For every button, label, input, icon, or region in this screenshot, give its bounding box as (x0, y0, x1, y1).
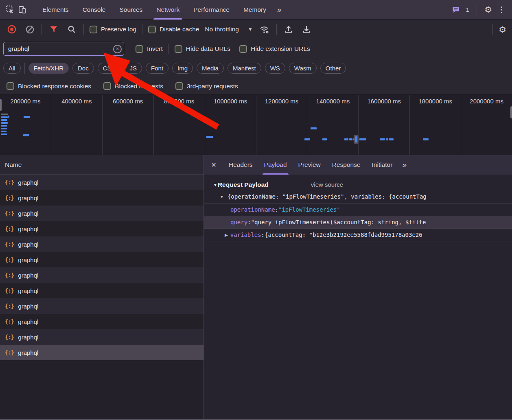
json-file-icon: {:} (5, 287, 14, 294)
request-row[interactable]: {:}graphql (0, 314, 203, 329)
export-har-icon[interactable] (300, 23, 313, 35)
detail-tab-headers[interactable]: Headers (223, 155, 258, 175)
waterfall-bar (311, 127, 317, 129)
tab-memory[interactable]: Memory (236, 0, 273, 20)
payload-row-operationname[interactable]: operationName: "ipFlowTimeseries" (204, 203, 512, 216)
payload-row-variables[interactable]: ▶variables: {accountTag: "b12e3b2192ee55… (204, 228, 512, 241)
issues-message-icon[interactable] (450, 4, 462, 16)
filter-row: ✕ Invert Hide data URLs Hide extension U… (0, 39, 512, 59)
waterfall-bar (206, 136, 213, 138)
network-overview-timeline[interactable]: 200000 ms400000 ms600000 ms800000 ms1000… (0, 94, 512, 155)
request-payload-title[interactable]: ▼Request Payload (213, 181, 269, 188)
divider (32, 4, 32, 15)
checkbox[interactable] (175, 82, 183, 90)
overview-right-handle[interactable] (510, 106, 512, 118)
request-rows: {:}graphql{:}graphql{:}graphql{:}graphql… (0, 175, 203, 360)
payload-section-header: ▼Request Payload view source (204, 175, 512, 192)
invert-checkbox[interactable]: Invert (136, 45, 163, 53)
request-row[interactable]: {:}graphql (0, 190, 203, 206)
payload-summary-row[interactable]: ▼ {operationName: "ipFlowTimeseries", va… (204, 192, 512, 203)
waterfall-bar (355, 136, 357, 142)
filter-chip-ws[interactable]: WS (265, 63, 285, 74)
disable-cache-checkbox[interactable]: Disable cache (148, 26, 199, 33)
import-har-icon[interactable] (282, 23, 295, 35)
throttling-select[interactable]: No throttling ▼ (205, 26, 252, 33)
tab-network[interactable]: Network (149, 0, 186, 20)
hide-data-urls-checkbox[interactable]: Hide data URLs (175, 45, 230, 53)
checkbox[interactable] (7, 82, 14, 90)
request-row[interactable]: {:}graphql (0, 267, 203, 283)
inspect-element-icon[interactable] (4, 4, 16, 16)
request-row[interactable]: {:}graphql (0, 252, 203, 267)
checkbox[interactable] (148, 26, 156, 33)
divider (24, 63, 25, 74)
filter-box: ✕ (3, 42, 124, 56)
filter-chip-js[interactable]: JS (125, 63, 142, 74)
device-toolbar-icon[interactable] (16, 4, 28, 16)
3rd-party-requests-checkbox[interactable]: 3rd-party requests (175, 82, 238, 90)
settings-gear-icon[interactable]: ⚙ (484, 5, 492, 14)
filter-chip-doc[interactable]: Doc (72, 63, 94, 74)
clear-network-log-icon[interactable] (24, 23, 36, 35)
preserve-log-checkbox[interactable]: Preserve log (90, 26, 136, 33)
hide-extension-urls-checkbox[interactable]: Hide extension URLs (239, 45, 310, 53)
overview-left-handle[interactable] (0, 99, 2, 111)
filter-chip-all[interactable]: All (3, 63, 21, 74)
filter-funnel-icon[interactable] (48, 23, 60, 35)
checkbox[interactable] (103, 82, 111, 90)
json-file-icon: {:} (5, 318, 14, 325)
network-conditions-icon[interactable] (258, 23, 271, 35)
json-file-icon: {:} (5, 225, 14, 232)
filter-chip-wasm[interactable]: Wasm (289, 63, 317, 74)
tab-performance[interactable]: Performance (186, 0, 236, 20)
close-icon[interactable]: ✕ (204, 161, 223, 169)
issues-count[interactable]: 1 (466, 6, 469, 13)
search-icon[interactable] (66, 23, 78, 35)
request-row[interactable]: {:}graphql (0, 206, 203, 221)
network-settings-gear-icon[interactable]: ⚙ (499, 25, 506, 34)
request-row[interactable]: {:}graphql (0, 221, 203, 236)
detail-tab-response[interactable]: Response (326, 155, 366, 175)
request-row[interactable]: {:}graphql (0, 236, 203, 252)
blocked-response-cookies-checkbox[interactable]: Blocked response cookies (7, 82, 91, 90)
detail-tab-preview[interactable]: Preview (293, 155, 326, 175)
blocked-requests-checkbox[interactable]: Blocked requests (103, 82, 163, 90)
checkbox[interactable] (175, 45, 182, 53)
more-tabs-icon[interactable]: » (273, 5, 286, 14)
waterfall-bar (344, 138, 348, 140)
name-column-header[interactable]: Name (0, 155, 203, 175)
checkbox[interactable] (239, 45, 247, 53)
kebab-menu-icon[interactable]: ⋮ (496, 5, 507, 14)
filter-chip-css[interactable]: CSS (98, 63, 121, 74)
filter-chip-media[interactable]: Media (197, 63, 224, 74)
view-source-link[interactable]: view source (311, 181, 343, 188)
record-stop-icon[interactable] (6, 23, 18, 35)
clear-filter-icon[interactable]: ✕ (113, 45, 122, 53)
more-detail-tabs-icon[interactable]: » (398, 160, 411, 169)
triangle-right-icon[interactable]: ▶ (225, 233, 228, 237)
request-row[interactable]: {:}graphql (0, 329, 203, 345)
request-row[interactable]: {:}graphql (0, 175, 203, 190)
filter-chip-fetch-xhr[interactable]: Fetch/XHR (28, 63, 69, 74)
filter-chip-font[interactable]: Font (146, 63, 168, 74)
divider (477, 4, 477, 15)
filter-chip-manifest[interactable]: Manifest (228, 63, 261, 74)
request-row[interactable]: {:}graphql (0, 283, 203, 298)
devtools-tab-strip: ElementsConsoleSourcesNetworkPerformance… (0, 0, 512, 20)
checkbox[interactable] (136, 45, 143, 53)
filter-chip-img[interactable]: Img (172, 63, 193, 74)
request-row[interactable]: {:}graphql (0, 298, 203, 314)
tab-elements[interactable]: Elements (35, 0, 76, 20)
request-row[interactable]: {:}graphql (0, 345, 203, 360)
payload-row-query[interactable]: query: "query ipFlowTimeseries($accountT… (204, 216, 512, 228)
detail-tab-payload[interactable]: Payload (258, 155, 293, 175)
tab-sources[interactable]: Sources (113, 0, 150, 20)
checkbox[interactable] (90, 26, 97, 33)
tabs-right-cluster: 1 ⚙ ⋮ (450, 4, 512, 16)
waterfall-bar (23, 134, 29, 136)
filter-input[interactable] (3, 42, 124, 56)
detail-tab-initiator[interactable]: Initiator (366, 155, 398, 175)
blocked-requests-label: Blocked requests (115, 83, 163, 90)
filter-chip-other[interactable]: Other (320, 63, 346, 74)
tab-console[interactable]: Console (76, 0, 113, 20)
